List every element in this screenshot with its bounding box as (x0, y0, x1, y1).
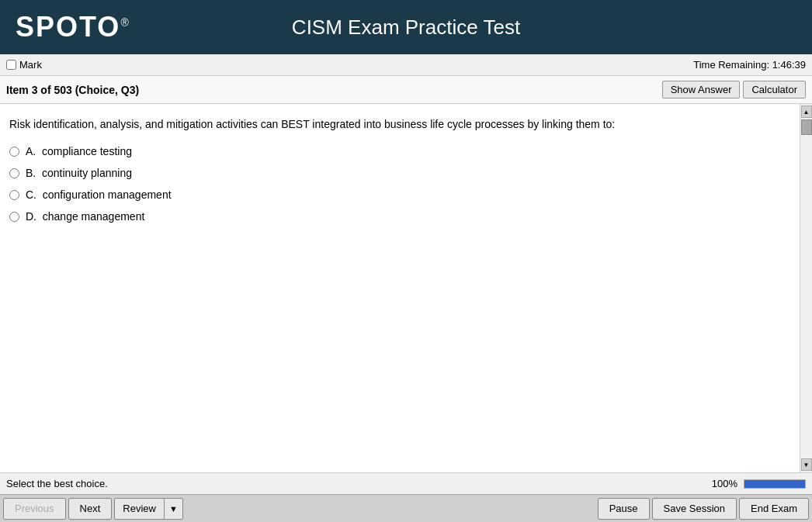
previous-button[interactable]: Previous (3, 498, 66, 520)
app-header: SPOTO® CISM Exam Practice Test (0, 0, 812, 54)
show-answer-button[interactable]: Show Answer (662, 81, 741, 99)
radio-option-c[interactable] (9, 190, 19, 200)
logo: SPOTO® (16, 11, 130, 43)
question-text: Risk identification, analysis, and mitig… (9, 116, 790, 133)
review-button[interactable]: Review (114, 498, 164, 520)
option-label-b: B. continuity planning (26, 167, 132, 179)
bottom-nav-right: Pause Save Session End Exam (598, 498, 809, 520)
time-remaining: Time Remaining: 1:46:39 (693, 59, 806, 71)
mark-label[interactable]: Mark (6, 59, 42, 71)
progress-bar-container (744, 479, 806, 489)
answer-option-b[interactable]: B. continuity planning (9, 167, 790, 179)
bottom-nav-left: Previous Next Review ▼ (3, 498, 183, 520)
answer-option-a[interactable]: A. compliance testing (9, 145, 790, 157)
radio-option-d[interactable] (9, 212, 19, 222)
next-button[interactable]: Next (68, 498, 113, 520)
radio-option-a[interactable] (9, 147, 19, 157)
question-area: Risk identification, analysis, and mitig… (0, 104, 800, 472)
radio-option-b[interactable] (9, 168, 19, 178)
answer-option-c[interactable]: C. configuration management (9, 188, 790, 201)
scroll-up-arrow[interactable]: ▲ (801, 105, 812, 118)
mark-bar: Mark Time Remaining: 1:46:39 (0, 54, 812, 76)
scroll-thumb[interactable] (801, 119, 812, 135)
app-title: CISM Exam Practice Test (292, 16, 520, 40)
save-session-button[interactable]: Save Session (652, 498, 737, 520)
item-info: Item 3 of 503 (Choice, Q3) (6, 84, 139, 96)
mark-checkbox[interactable] (6, 60, 16, 70)
question-header: Item 3 of 503 (Choice, Q3) Show Answer C… (0, 76, 812, 104)
bottom-nav: Previous Next Review ▼ Pause Save Sessio… (0, 494, 812, 522)
end-exam-button[interactable]: End Exam (739, 498, 809, 520)
question-controls: Show Answer Calculator (662, 81, 806, 99)
option-label-a: A. compliance testing (26, 145, 132, 157)
pause-button[interactable]: Pause (598, 498, 650, 520)
scrollbar[interactable]: ▲ ▼ (800, 104, 812, 472)
question-area-wrapper: Risk identification, analysis, and mitig… (0, 104, 812, 472)
status-text: Select the best choice. (6, 478, 108, 489)
status-bar: Select the best choice. 100% (0, 472, 812, 494)
review-dropdown-arrow[interactable]: ▼ (164, 498, 183, 520)
option-label-c: C. configuration management (26, 188, 172, 201)
progress-area: 100% (712, 478, 806, 489)
answer-option-d[interactable]: D. change management (9, 210, 790, 223)
progress-bar-fill (744, 480, 805, 488)
calculator-button[interactable]: Calculator (743, 81, 806, 99)
options-list: A. compliance testing B. continuity plan… (9, 145, 790, 223)
review-dropdown: Review ▼ (114, 498, 183, 520)
scroll-down-arrow[interactable]: ▼ (801, 458, 812, 471)
option-label-d: D. change management (26, 210, 144, 223)
